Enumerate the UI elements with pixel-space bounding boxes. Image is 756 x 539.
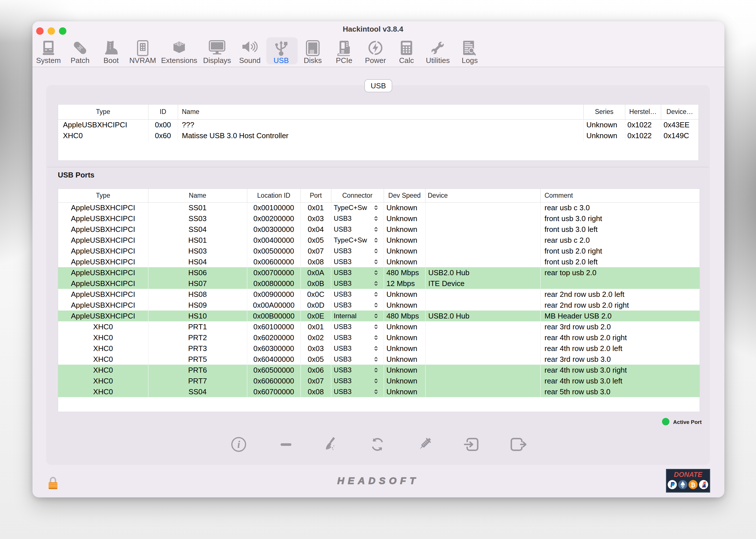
svg-text:₿: ₿	[691, 482, 695, 488]
